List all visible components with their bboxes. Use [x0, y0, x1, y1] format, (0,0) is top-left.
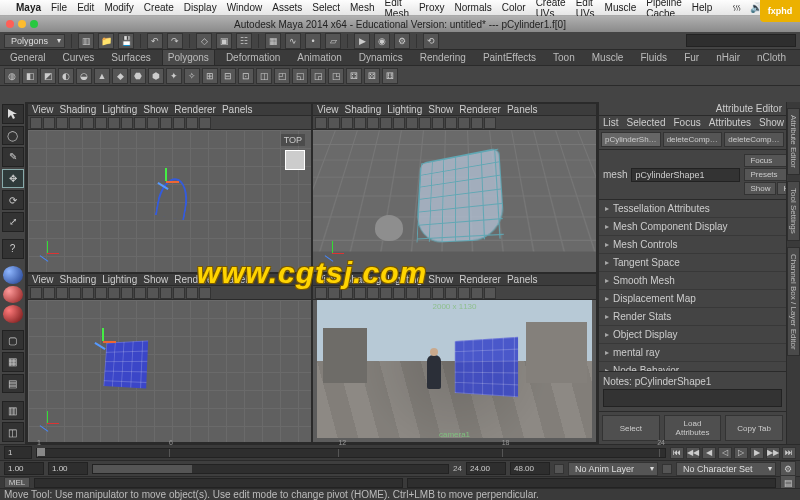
- select-by-object-icon[interactable]: ◇: [196, 33, 212, 49]
- ae-menu-selected[interactable]: Selected: [627, 117, 666, 128]
- menu-assets[interactable]: Assets: [272, 2, 302, 13]
- shelf-item[interactable]: ◩: [40, 68, 56, 84]
- shelf-item[interactable]: ▲: [94, 68, 110, 84]
- vp-menu-renderer[interactable]: Renderer: [174, 274, 216, 285]
- vp-icon[interactable]: [380, 117, 392, 129]
- step-forward-key-button[interactable]: ▶▶: [766, 447, 780, 459]
- ae-tab-delete5[interactable]: deleteComponent5: [663, 132, 723, 147]
- viewport-persp[interactable]: View Shading Lighting Show Renderer Pane…: [313, 104, 596, 272]
- menu-file[interactable]: File: [51, 2, 67, 13]
- render-current-icon[interactable]: ▶: [354, 33, 370, 49]
- vp-icon[interactable]: [160, 117, 172, 129]
- shelf-tab-animation[interactable]: Animation: [291, 49, 347, 65]
- ae-load-attributes-button[interactable]: Load Attributes: [664, 415, 722, 441]
- vp-icon[interactable]: [471, 117, 483, 129]
- shelf-tab-ncloth[interactable]: nCloth: [751, 49, 792, 65]
- shelf-item[interactable]: ⊟: [220, 68, 236, 84]
- vp-menu-shading[interactable]: Shading: [60, 274, 97, 285]
- vp-icon[interactable]: [354, 117, 366, 129]
- ae-section-smooth-mesh[interactable]: Smooth Mesh: [599, 272, 786, 290]
- vp-menu-show[interactable]: Show: [428, 104, 453, 115]
- ae-section-mesh-controls[interactable]: Mesh Controls: [599, 236, 786, 254]
- viewport-canvas[interactable]: [28, 300, 311, 442]
- ae-section-render-stats[interactable]: Render Stats: [599, 308, 786, 326]
- shelf-item[interactable]: ⚅: [382, 68, 398, 84]
- vp-icon[interactable]: [380, 287, 392, 299]
- vp-icon[interactable]: [43, 117, 55, 129]
- command-input[interactable]: [34, 478, 403, 488]
- ae-menu-attributes[interactable]: Attributes: [709, 117, 751, 128]
- vp-icon[interactable]: [471, 287, 483, 299]
- window-zoom-button[interactable]: [30, 20, 38, 28]
- select-by-component-icon[interactable]: ▣: [216, 33, 232, 49]
- ae-menu-focus[interactable]: Focus: [673, 117, 700, 128]
- select-by-hierarchy-icon[interactable]: ☷: [236, 33, 252, 49]
- shelf-item[interactable]: ◱: [292, 68, 308, 84]
- scale-tool[interactable]: ⤢: [2, 212, 24, 232]
- command-language-toggle[interactable]: MEL: [4, 477, 30, 488]
- snap-grid-icon[interactable]: ▦: [265, 33, 281, 49]
- shelf-tab-fur[interactable]: Fur: [678, 49, 705, 65]
- vp-menu-shading[interactable]: Shading: [345, 104, 382, 115]
- shelf-tab-toon[interactable]: Toon: [547, 49, 581, 65]
- vp-menu-panels[interactable]: Panels: [507, 274, 538, 285]
- menu-normals[interactable]: Normals: [455, 2, 492, 13]
- vp-menu-shading[interactable]: Shading: [60, 104, 97, 115]
- shelf-tab-nhair[interactable]: nHair: [710, 49, 746, 65]
- ae-section-tessellation[interactable]: Tessellation Attributes: [599, 200, 786, 218]
- menu-mesh[interactable]: Mesh: [350, 2, 374, 13]
- undo-icon[interactable]: ↶: [147, 33, 163, 49]
- vp-menu-view[interactable]: View: [317, 104, 339, 115]
- vp-menu-renderer[interactable]: Renderer: [459, 104, 501, 115]
- menu-color[interactable]: Color: [502, 2, 526, 13]
- current-time-marker[interactable]: [37, 448, 45, 456]
- shelf-item[interactable]: ◆: [112, 68, 128, 84]
- vp-menu-panels[interactable]: Panels: [222, 274, 253, 285]
- shelf-tab-dynamics[interactable]: Dynamics: [353, 49, 409, 65]
- shelf-tab-surfaces[interactable]: Surfaces: [105, 49, 156, 65]
- shelf-tab-deformation[interactable]: Deformation: [220, 49, 286, 65]
- vp-icon[interactable]: [354, 287, 366, 299]
- save-scene-icon[interactable]: 💾: [118, 33, 134, 49]
- shelf-item[interactable]: ◰: [274, 68, 290, 84]
- vp-icon[interactable]: [419, 287, 431, 299]
- vp-icon[interactable]: [147, 117, 159, 129]
- move-tool[interactable]: ✥: [2, 169, 24, 189]
- vp-icon[interactable]: [147, 287, 159, 299]
- shelf-item[interactable]: ⚄: [364, 68, 380, 84]
- vp-icon[interactable]: [315, 117, 327, 129]
- vp-icon[interactable]: [82, 287, 94, 299]
- vp-menu-lighting[interactable]: Lighting: [387, 274, 422, 285]
- redo-icon[interactable]: ↷: [167, 33, 183, 49]
- play-back-button[interactable]: ◁: [718, 447, 732, 459]
- layout-other[interactable]: ▤: [2, 374, 24, 394]
- shelf-item[interactable]: ◒: [76, 68, 92, 84]
- open-scene-icon[interactable]: 📁: [98, 33, 114, 49]
- shelf-item[interactable]: ◧: [22, 68, 38, 84]
- shelf-item[interactable]: ◫: [256, 68, 272, 84]
- anim-layer-dropdown[interactable]: No Anim Layer: [568, 462, 658, 476]
- move-gizmo[interactable]: [90, 328, 116, 354]
- vp-icon[interactable]: [199, 117, 211, 129]
- vp-icon[interactable]: [56, 117, 68, 129]
- ae-menu-show[interactable]: Show: [759, 117, 784, 128]
- shelf-item[interactable]: ⬣: [130, 68, 146, 84]
- vp-icon[interactable]: [328, 287, 340, 299]
- range-bar[interactable]: [92, 464, 449, 474]
- vp-menu-lighting[interactable]: Lighting: [102, 104, 137, 115]
- shelf-tab-fluids[interactable]: Fluids: [634, 49, 673, 65]
- ae-section-displacement[interactable]: Displacement Map: [599, 290, 786, 308]
- layout-four[interactable]: ▦: [2, 352, 24, 372]
- vp-icon[interactable]: [186, 117, 198, 129]
- vp-icon[interactable]: [121, 287, 133, 299]
- vp-menu-show[interactable]: Show: [143, 104, 168, 115]
- range-bar-inner[interactable]: [93, 465, 192, 473]
- shelf-tab-muscle[interactable]: Muscle: [586, 49, 630, 65]
- vp-icon[interactable]: [458, 117, 470, 129]
- material-preview-blue[interactable]: [3, 266, 23, 284]
- snap-curve-icon[interactable]: ∿: [285, 33, 301, 49]
- vp-menu-show[interactable]: Show: [428, 274, 453, 285]
- ae-section-mesh-component[interactable]: Mesh Component Display: [599, 218, 786, 236]
- shelf-item[interactable]: ⊞: [202, 68, 218, 84]
- anim-start-field[interactable]: [4, 462, 44, 475]
